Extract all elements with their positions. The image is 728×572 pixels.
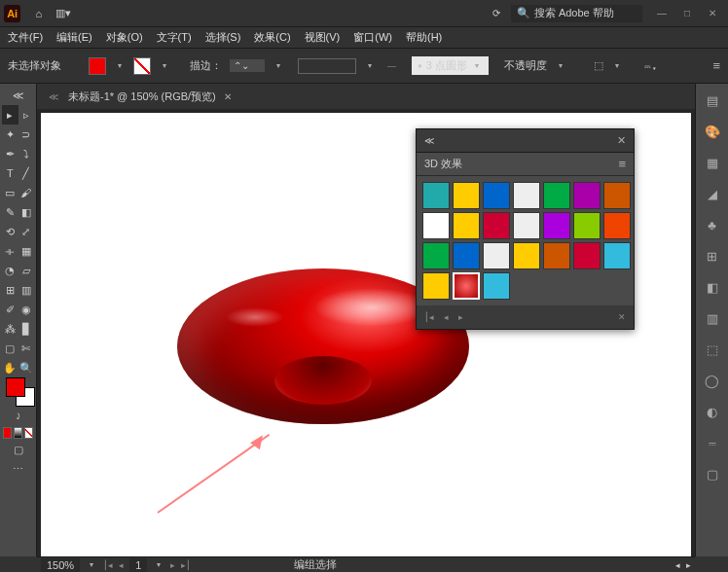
dock-artboards-icon[interactable]: ▢	[702, 463, 723, 484]
menu-view[interactable]: 视图(V)	[305, 30, 341, 45]
color-mode-none[interactable]	[24, 427, 33, 439]
thumb-8[interactable]	[422, 212, 450, 239]
lasso-tool[interactable]: ⊃	[18, 125, 35, 144]
thumb-14[interactable]	[603, 212, 631, 239]
minimize-button[interactable]: —	[650, 4, 673, 23]
thumb-20[interactable]	[573, 242, 601, 269]
menu-select[interactable]: 选择(S)	[205, 30, 241, 45]
thumb-16[interactable]	[453, 242, 480, 269]
eraser-tool[interactable]: ◧	[18, 202, 35, 222]
thumb-2[interactable]	[453, 182, 480, 209]
artboard-next[interactable]: ▸	[170, 560, 175, 570]
panel-close-icon[interactable]: ✕	[617, 134, 626, 147]
artboard-last[interactable]: ▸⎮	[181, 560, 191, 570]
curvature-tool[interactable]: ⤵	[18, 144, 35, 163]
zoom-tool[interactable]: 🔍	[18, 358, 35, 377]
dock-swatches-icon[interactable]: ▦	[702, 152, 723, 173]
thumb-15[interactable]	[422, 242, 450, 269]
thumb-18[interactable]	[513, 242, 540, 269]
collapse-icon[interactable]: ≪	[2, 86, 34, 105]
style-icon[interactable]: ⬚	[594, 59, 603, 72]
artboard-tool[interactable]: ▢	[2, 339, 18, 358]
panel-nav-first[interactable]: ⎮◂	[424, 312, 434, 322]
slice-tool[interactable]: ✄	[18, 339, 35, 358]
graph-tool[interactable]: ▊	[18, 319, 35, 339]
thumb-13[interactable]	[573, 212, 601, 239]
width-tool[interactable]: ⟛	[2, 241, 18, 261]
stroke-dropdown-icon[interactable]: ▾	[159, 60, 170, 72]
rotate-tool[interactable]: ⟲	[2, 222, 18, 241]
panel-tab-3d[interactable]: 3D 效果 ≡	[417, 153, 634, 176]
thumb-17[interactable]	[483, 242, 510, 269]
panel-nav-prev[interactable]: ◂	[444, 312, 449, 322]
menu-help[interactable]: 帮助(H)	[406, 30, 442, 45]
pref-icon[interactable]: ⎓▾	[644, 60, 658, 72]
fill-dropdown-icon[interactable]: ▾	[114, 60, 126, 72]
maximize-button[interactable]: □	[675, 4, 699, 23]
artboard-prev[interactable]: ◂	[119, 560, 124, 570]
dock-layers-icon[interactable]: ▥	[702, 307, 723, 329]
opacity-dropdown[interactable]: ▾	[555, 60, 566, 72]
dock-color-icon[interactable]: 🎨	[702, 121, 723, 142]
status-scroll-left[interactable]: ◂	[675, 560, 680, 570]
thumb-23-selected[interactable]	[453, 272, 480, 300]
thumb-22[interactable]	[422, 272, 450, 300]
mesh-tool[interactable]: ⊞	[2, 280, 18, 300]
thumb-9[interactable]	[453, 212, 480, 239]
artboard-dropdown[interactable]: ▾	[153, 559, 164, 571]
dock-symbols-icon[interactable]: ♣	[702, 214, 723, 235]
color-mode-solid[interactable]	[3, 427, 12, 439]
line-tool[interactable]: ╱	[18, 163, 35, 183]
thumb-5[interactable]	[543, 182, 570, 209]
profile-select[interactable]: ● 3 点圆形 ▾	[412, 56, 489, 75]
scale-tool[interactable]: ⤢	[18, 222, 35, 241]
shape-builder-tool[interactable]: ◔	[2, 261, 18, 280]
rectangle-tool[interactable]: ▭	[2, 183, 18, 202]
menu-window[interactable]: 窗口(W)	[353, 30, 392, 45]
thumb-19[interactable]	[543, 242, 570, 269]
dash-icon[interactable]: —	[387, 61, 396, 71]
thumb-24[interactable]	[483, 272, 510, 300]
dock-asset-icon[interactable]: ⬚	[702, 339, 723, 360]
artboard-field[interactable]: 1	[129, 558, 147, 572]
thumb-3[interactable]	[483, 182, 510, 209]
dock-properties-icon[interactable]: ▤	[702, 89, 723, 111]
thumb-10[interactable]	[483, 212, 510, 239]
arrange-icon[interactable]: ▥▾	[54, 3, 74, 24]
blend-tool[interactable]: ◉	[18, 300, 35, 319]
dock-brushes-icon[interactable]: ⊞	[702, 245, 723, 267]
status-scroll-right[interactable]: ▸	[686, 560, 691, 570]
screen-mode-tool[interactable]: ▢	[2, 440, 34, 459]
eyedropper-tool[interactable]: ✐	[2, 300, 18, 319]
artboard-first[interactable]: ⎮◂	[103, 560, 113, 570]
dock-appearance-icon[interactable]: ◯	[702, 370, 723, 391]
dock-stroke-icon[interactable]: ◢	[702, 183, 723, 204]
fill-swatch[interactable]	[89, 57, 106, 75]
zoom-field[interactable]: 150%	[41, 558, 80, 572]
perspective-tool[interactable]: ▱	[18, 261, 35, 280]
panel-nav-delete[interactable]: ✕	[618, 312, 626, 322]
menu-file[interactable]: 文件(F)	[8, 30, 43, 45]
symbol-sprayer-tool[interactable]: ⁂	[2, 319, 18, 339]
dock-graphic-styles-icon[interactable]: ◐	[702, 401, 723, 422]
thumb-6[interactable]	[573, 182, 601, 209]
swap-fill-stroke[interactable]: ⤸	[2, 407, 34, 426]
thumb-11[interactable]	[513, 212, 540, 239]
document-tab[interactable]: 未标题-1* @ 150% (RGB/预览) ✕	[68, 89, 232, 104]
thumb-7[interactable]	[603, 182, 631, 209]
brush-preview[interactable]	[298, 58, 356, 74]
sync-icon[interactable]: ⟳	[487, 3, 507, 24]
dock-links-icon[interactable]: ⎓	[702, 432, 723, 453]
thumb-1[interactable]	[422, 182, 450, 209]
zoom-dropdown[interactable]: ▾	[86, 559, 97, 571]
panel-nav-next[interactable]: ▸	[458, 312, 463, 322]
home-icon[interactable]: ⌂	[28, 3, 49, 24]
dock-transparency-icon[interactable]: ◧	[702, 276, 723, 298]
panel-menu[interactable]: ≡	[618, 157, 626, 171]
panel-header[interactable]: ≪ ✕	[417, 129, 634, 153]
edit-toolbar[interactable]: ⋯	[2, 459, 34, 479]
direct-selection-tool[interactable]: ▹	[18, 105, 35, 125]
thumb-21[interactable]	[603, 242, 631, 269]
pen-tool[interactable]: ✒	[2, 144, 18, 163]
thumb-4[interactable]	[513, 182, 540, 209]
